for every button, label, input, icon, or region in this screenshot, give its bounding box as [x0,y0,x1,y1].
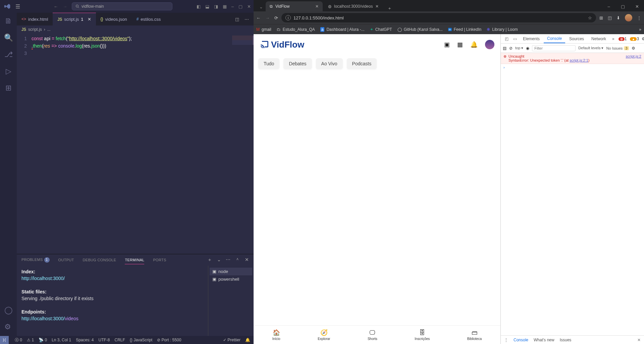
site-info-icon[interactable]: i [285,15,291,20]
tab-index-html[interactable]: <> index.html [17,13,53,25]
bookmark-chatgpt[interactable]: ✦ChatGPT [370,27,392,32]
terminal-dropdown-icon[interactable]: ⌄ [217,257,221,263]
overflow-icon[interactable]: » [610,37,616,41]
bell-icon[interactable]: 🔔 [470,41,478,48]
dt-tab-elements[interactable]: Elements [520,34,543,43]
live-expr-icon[interactable]: ◉ [526,46,529,51]
nav-back-icon[interactable]: ← [54,4,58,9]
panel-tab-output[interactable]: OUTPUT [58,256,74,264]
status-encoding[interactable]: UTF-8 [99,338,110,342]
terminal-output[interactable]: Index: http://localhost:3000/ Static fil… [17,266,208,336]
dt-settings-icon[interactable]: ⚙ [642,37,644,41]
side-panel-icon[interactable]: ◫ [608,15,612,20]
panel-tab-ports[interactable]: PORTS [153,256,166,264]
maximize-panel-icon[interactable]: ＾ [235,257,240,263]
apps-grid-icon[interactable]: ▦ [457,41,463,48]
status-bell-icon[interactable]: 🔔 [245,338,250,342]
chip-tudo[interactable]: Tudo [258,58,279,69]
breadcrumb[interactable]: JS script.js › ... [17,25,254,33]
bookmark-star-icon[interactable]: ☆ [588,15,592,20]
chip-podcasts[interactable]: Podcasts [347,58,377,69]
levels-selector[interactable]: Default levels ▾ [578,46,603,50]
console-output[interactable]: ⊗ Uncaught SyntaxError: Unexpected token… [501,53,644,335]
status-radio[interactable]: 📡 0 [39,338,47,342]
explorer-icon[interactable]: 🗎 [5,17,12,25]
new-tab-icon[interactable]: ＋ [384,5,395,11]
bookmark-gmail[interactable]: Mgmail [256,27,271,32]
status-spaces[interactable]: Spaces: 4 [76,338,94,342]
chrome-menu-icon[interactable]: ⋮ [637,15,641,20]
status-cursor[interactable]: Ln 3, Col 1 [52,338,71,342]
source-control-icon[interactable]: ⎇ [4,50,13,59]
window-min-icon[interactable]: – [602,1,616,11]
terminal-item-powershell[interactable]: ▣powershell [210,275,252,283]
user-avatar[interactable] [485,40,494,49]
drawer-close-icon[interactable]: ✕ [637,338,641,342]
console-prompt[interactable]: › [501,64,644,71]
code-content[interactable]: const api = fetch("http://localhost::300… [32,33,132,254]
console-settings-icon[interactable]: ⚙ [632,46,635,51]
status-prettier[interactable]: ✓ Prettier [223,338,240,342]
nav-shorts[interactable]: 🖵Shorts [368,329,377,341]
console-error[interactable]: ⊗ Uncaught SyntaxError: Unexpected token… [501,53,644,64]
issues-indicator[interactable]: No Issues 3 [606,46,629,50]
dt-tab-console[interactable]: Console [544,34,565,43]
panel-tab-terminal[interactable]: TERMINAL [125,256,144,264]
device-mode-icon[interactable]: ▭ [511,37,519,41]
window-min-icon[interactable]: – [231,4,234,9]
status-errors[interactable]: ⓧ 0 [15,337,22,343]
code-editor[interactable]: 1 2 3 const api = fetch("http://localhos… [17,33,254,254]
nav-inscricoes[interactable]: 🗄Inscrições [415,329,430,341]
back-icon[interactable]: ← [256,15,261,20]
reload-icon[interactable]: ⟳ [274,15,278,20]
extensions-icon[interactable]: ⊞ [5,84,11,92]
search-icon[interactable]: 🔍 [4,33,13,42]
context-selector[interactable]: top ▾ [515,46,523,50]
nav-fwd-icon[interactable]: → [63,4,67,9]
browser-tab-vidflow[interactable]: ⧉ VidFlow ✕ [266,1,323,11]
panel-tab-problems[interactable]: PROBLEMS1 [21,255,50,265]
settings-gear-icon[interactable]: ⚙ [4,323,13,331]
nav-biblioteca[interactable]: 🗃Biblioteca [467,329,482,341]
remote-indicator-icon[interactable]: ⟩⟨ [0,336,9,344]
more-icon[interactable]: ⋯ [226,257,230,263]
clear-console-icon[interactable]: ⊘ [509,46,513,51]
tab-search-icon[interactable]: ⌄ [256,2,266,11]
layout-bottom-icon[interactable]: ⬓ [205,4,209,9]
sidebar-toggle-icon[interactable]: ▤ [503,46,506,51]
account-icon[interactable]: ◯ [4,306,13,315]
hamburger-icon[interactable]: ☰ [15,3,20,10]
bookmarks-overflow-icon[interactable]: » [639,27,641,32]
layout-right-icon[interactable]: ◨ [214,4,218,9]
warn-count[interactable]: ▲3 [629,37,639,41]
status-port[interactable]: ⊘ Port : 5500 [157,338,181,342]
forward-icon[interactable]: → [265,15,270,20]
extensions-icon[interactable]: ⊞ [599,15,603,20]
close-panel-icon[interactable]: ✕ [245,257,249,263]
more-icon[interactable]: ⋯ [245,17,249,22]
error-count[interactable]: ⊗1 [617,37,627,41]
status-lang[interactable]: {} JavaScript [130,338,152,342]
window-close-icon[interactable]: ✕ [630,1,644,11]
filter-input[interactable] [532,45,576,51]
bookmark-loom[interactable]: ❋Library | Loom [487,27,518,32]
close-icon[interactable]: ✕ [88,17,91,22]
nav-explorar[interactable]: 🧭Explorar [318,329,330,341]
url-bar[interactable]: i 127.0.0.1:5500/index.html ☆ [281,13,596,22]
drawer-tab-issues[interactable]: Issues [560,338,572,342]
bookmark-linkedin[interactable]: inFeed | LinkedIn [448,27,482,32]
camera-icon[interactable]: ▣ [444,41,450,48]
panel-tab-debug[interactable]: DEBUG CONSOLE [83,256,116,264]
profile-avatar[interactable] [625,14,632,21]
status-eol[interactable]: CRLF [115,338,125,342]
chip-aovivo[interactable]: Ao Vivo [316,58,343,69]
tab-estilos-css[interactable]: # estilos.css [132,13,166,25]
new-terminal-icon[interactable]: ＋ [207,257,212,263]
window-close-icon[interactable]: ✕ [247,4,251,9]
run-debug-icon[interactable]: ▷ [6,67,11,76]
window-max-icon[interactable]: ▢ [616,1,630,11]
nav-inicio[interactable]: 🏠Início [272,329,280,341]
error-source-link[interactable]: script.js:2 [626,54,641,62]
split-editor-icon[interactable]: ◫ [235,17,239,22]
status-warnings[interactable]: ⚠ 1 [27,338,34,342]
